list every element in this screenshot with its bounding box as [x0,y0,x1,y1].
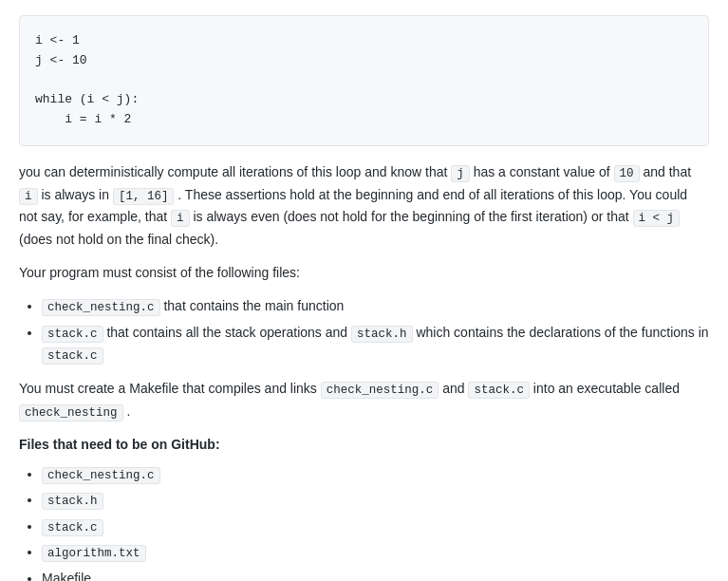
github-file-1: check_nesting.c [42,463,709,486]
paragraph-2: Your program must consist of the followi… [19,262,709,284]
files-list: check_nesting.c that contains the main f… [42,295,709,366]
range-code: [1, 16] [113,188,175,205]
check-nesting-c-code: check_nesting.c [321,382,439,399]
code-block: i <- 1 j <- 10 while (i < j): i = i * 2 [19,15,709,146]
list-item-stack: stack.c that contains all the stack oper… [42,322,709,366]
github-file-2: stack.h [42,489,709,512]
and-text: and [442,381,464,396]
text-is-always-in: is always in [41,187,109,202]
i-inline-code: i [19,188,38,205]
j-inline-code: j [451,165,470,182]
github-file-4: algorithm.txt [42,541,709,564]
github-files-list: check_nesting.c stack.h stack.c algorith… [42,463,709,581]
github-file-5: Makefile [42,568,709,581]
period: . [126,403,130,419]
github-file-text-5: Makefile [42,571,91,581]
github-file-code-4: algorithm.txt [42,545,146,562]
github-file-3: stack.c [42,515,709,538]
text-into-executable: into an executable called [533,381,680,396]
j-value-code: 10 [614,165,640,182]
list-item-check-nesting: check_nesting.c that contains the main f… [42,295,709,318]
text-and-that: and that [643,164,691,179]
text-final: (does not hold on the final check). [19,232,218,247]
makefile-text-before: You must create a Makefile that compiles… [19,381,317,396]
i-lt-j-code: i < j [633,210,681,227]
github-file-code-1: check_nesting.c [42,467,160,484]
paragraph-1: you can deterministically compute all it… [19,161,709,251]
github-file-code-2: stack.h [42,493,103,510]
github-file-code-3: stack.c [42,519,103,536]
text-has-constant: has a constant value of [474,164,610,179]
stack-c-code-2: stack.c [42,347,103,365]
stack-c-code-3: stack.c [468,382,530,399]
stack-text-after: which contains the declarations of the f… [416,325,708,340]
text-even: is always even (does not hold for the be… [193,209,628,224]
check-nesting-text: that contains the main function [163,298,344,313]
check-nesting-exec-code: check_nesting [19,404,123,422]
stack-text-before: that contains all the stack operations a… [106,325,347,340]
i-inline-code-2: i [171,210,190,227]
stack-c-code: stack.c [42,326,103,343]
paragraph-3: You must create a Makefile that compiles… [19,378,709,422]
stack-h-code: stack.h [351,326,413,343]
check-nesting-code: check_nesting.c [42,299,160,316]
text-before-j: you can deterministically compute all it… [19,164,447,179]
github-heading: Files that need to be on GitHub: [19,434,709,455]
